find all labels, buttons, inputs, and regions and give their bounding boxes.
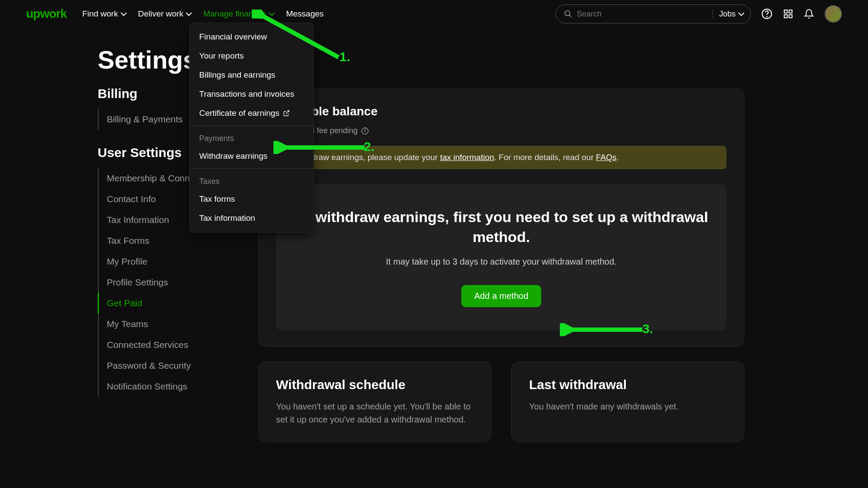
chevron-down-icon: [121, 10, 127, 16]
dropdown-tax-forms[interactable]: Tax forms: [190, 190, 313, 209]
svg-rect-7: [789, 15, 792, 18]
filter-label: Jobs: [719, 10, 736, 19]
header-right: Jobs: [556, 4, 842, 23]
dropdown-billings-earnings[interactable]: Billings and earnings: [190, 66, 313, 85]
schedule-title: Withdrawal schedule: [276, 377, 473, 392]
svg-rect-6: [784, 15, 787, 18]
help-icon[interactable]: [761, 8, 773, 20]
info-icon[interactable]: [361, 127, 369, 135]
sidebar-item-my-profile[interactable]: My Profile: [98, 251, 224, 272]
dropdown-tax-information[interactable]: Tax information: [190, 209, 313, 228]
chevron-down-icon: [269, 10, 275, 16]
withdrawal-schedule-card: Withdrawal schedule You haven't set up a…: [258, 361, 491, 442]
dropdown-label: Certificate of earnings: [199, 108, 279, 118]
dropdown-withdraw-earnings[interactable]: Withdraw earnings: [190, 147, 313, 166]
setup-method-card: To withdraw earnings, first you need to …: [276, 184, 727, 331]
alert-text: .: [617, 153, 619, 162]
sidebar-item-my-teams[interactable]: My Teams: [98, 314, 224, 334]
nav-label: Deliver work: [138, 9, 184, 19]
schedule-text: You haven't set up a schedule yet. You'l…: [276, 400, 473, 426]
balance-title: Available balance: [276, 105, 727, 118]
dropdown-your-reports[interactable]: Your reports: [190, 46, 313, 66]
bell-icon[interactable]: [804, 9, 814, 19]
svg-line-1: [569, 15, 572, 17]
manage-finances-dropdown: Financial overview Your reports Billings…: [189, 23, 314, 233]
svg-point-11: [365, 129, 365, 130]
tax-alert: To withdraw earnings, please update your…: [276, 146, 727, 169]
sidebar-item-notification-settings[interactable]: Notification Settings: [98, 376, 224, 397]
nav-label: Find work: [82, 9, 118, 19]
nav-label: Manage finances: [203, 9, 266, 19]
nav-find-work[interactable]: Find work: [82, 9, 125, 19]
chevron-down-icon: [738, 10, 744, 16]
dropdown-financial-overview[interactable]: Financial overview: [190, 27, 313, 46]
divider: [190, 125, 313, 126]
content: Available balance Withdrawal fee pending…: [258, 45, 744, 457]
avatar[interactable]: [825, 5, 842, 23]
nav-label: Messages: [286, 9, 324, 19]
main-layout: Settings Billing Billing & Payments User…: [0, 28, 868, 457]
svg-rect-4: [784, 10, 787, 13]
faqs-link[interactable]: FAQs: [596, 153, 617, 162]
search-box[interactable]: Jobs: [556, 4, 751, 23]
balance-sub: Withdrawal fee pending: [276, 126, 727, 135]
nav-deliver-work[interactable]: Deliver work: [138, 9, 191, 19]
svg-point-0: [565, 11, 570, 16]
two-column-cards: Withdrawal schedule You haven't set up a…: [258, 361, 744, 457]
add-method-button[interactable]: Add a method: [461, 285, 542, 307]
sidebar-item-connected-services[interactable]: Connected Services: [98, 334, 224, 355]
sidebar-item-get-paid[interactable]: Get Paid: [98, 293, 224, 314]
sidebar-item-profile-settings[interactable]: Profile Settings: [98, 272, 224, 293]
main-nav: Find work Deliver work Manage finances M…: [82, 9, 324, 19]
last-title: Last withdrawal: [529, 377, 727, 392]
last-withdrawal-card: Last withdrawal You haven't made any wit…: [511, 361, 744, 442]
svg-line-8: [286, 111, 289, 114]
top-nav: upwork Find work Deliver work Manage fin…: [0, 0, 868, 28]
apps-grid-icon[interactable]: [783, 9, 793, 19]
brand-logo[interactable]: upwork: [26, 7, 67, 21]
svg-point-3: [766, 16, 767, 17]
dropdown-certificate-earnings[interactable]: Certificate of earnings: [190, 104, 313, 123]
nav-manage-finances[interactable]: Manage finances: [203, 9, 273, 19]
divider: [190, 168, 313, 169]
search-icon: [564, 10, 572, 18]
setup-title: To withdraw earnings, first you need to …: [293, 207, 709, 247]
balance-card: Available balance Withdrawal fee pending…: [258, 88, 744, 347]
search-input[interactable]: [577, 10, 713, 19]
external-link-icon: [283, 110, 290, 117]
search-filter[interactable]: Jobs: [713, 10, 743, 19]
alert-text: . For more details, read our: [494, 153, 596, 162]
sidebar-item-password-security[interactable]: Password & Security: [98, 355, 224, 376]
last-text: You haven't made any withdrawals yet.: [529, 400, 727, 413]
nav-messages[interactable]: Messages: [286, 9, 324, 19]
dropdown-header-payments: Payments: [190, 128, 313, 147]
tax-info-link[interactable]: tax information: [440, 153, 494, 162]
svg-rect-5: [789, 10, 792, 13]
dropdown-transactions-invoices[interactable]: Transactions and invoices: [190, 85, 313, 104]
dropdown-header-taxes: Taxes: [190, 171, 313, 190]
setup-sub: It may take up to 3 days to activate you…: [293, 257, 709, 267]
sidebar-item-tax-forms[interactable]: Tax Forms: [98, 230, 224, 251]
chevron-down-icon: [186, 10, 192, 16]
